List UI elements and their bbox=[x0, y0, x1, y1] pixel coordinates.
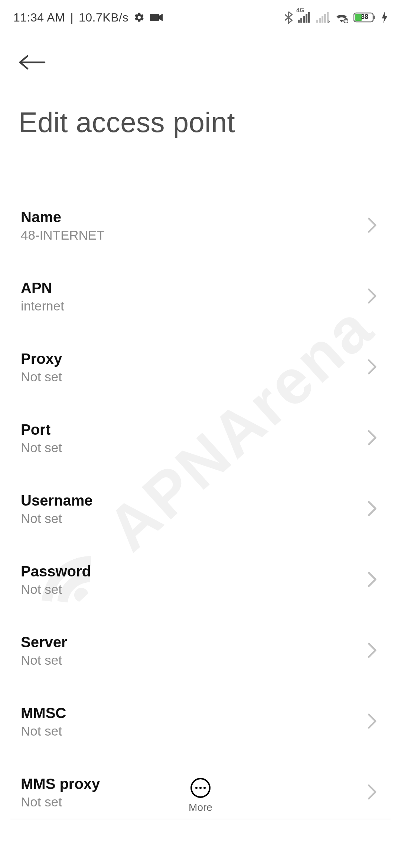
setting-label: MMSC bbox=[21, 705, 66, 721]
chevron-right-icon bbox=[366, 500, 379, 518]
wifi-icon bbox=[335, 12, 348, 23]
setting-apn[interactable]: APN internet bbox=[0, 261, 401, 332]
status-time: 11:34 AM bbox=[13, 11, 65, 24]
setting-server[interactable]: Server Not set bbox=[0, 615, 401, 686]
svg-rect-5 bbox=[308, 12, 310, 23]
setting-label: Proxy bbox=[21, 351, 62, 367]
battery-pct: 38 bbox=[361, 13, 368, 21]
battery-icon: 38 bbox=[353, 12, 376, 23]
setting-value: Not set bbox=[21, 511, 92, 526]
chevron-right-icon bbox=[366, 571, 379, 589]
svg-rect-0 bbox=[150, 14, 159, 21]
svg-rect-3 bbox=[303, 16, 305, 23]
signal-4g-icon: 4G bbox=[298, 12, 311, 23]
network-4g-label: 4G bbox=[296, 7, 304, 14]
svg-rect-9 bbox=[324, 14, 326, 23]
svg-point-12 bbox=[344, 19, 348, 23]
setting-value: Not set bbox=[21, 653, 67, 668]
chevron-right-icon bbox=[366, 288, 379, 306]
setting-value: Not set bbox=[21, 440, 62, 455]
svg-rect-4 bbox=[306, 14, 307, 23]
svg-text:✕: ✕ bbox=[327, 19, 330, 23]
setting-label: Password bbox=[21, 563, 91, 580]
page-title: Edit access point bbox=[19, 106, 382, 138]
arrow-left-icon bbox=[19, 55, 46, 70]
setting-label: APN bbox=[21, 280, 64, 296]
chevron-right-icon bbox=[366, 359, 379, 377]
setting-value: 48-INTERNET bbox=[21, 228, 105, 243]
setting-label: Port bbox=[21, 421, 62, 438]
setting-value: Not set bbox=[21, 724, 66, 739]
chevron-right-icon bbox=[366, 430, 379, 447]
more-label: More bbox=[189, 802, 212, 813]
setting-value: internet bbox=[21, 299, 64, 313]
setting-username[interactable]: Username Not set bbox=[0, 474, 401, 545]
status-left: 11:34 AM | 10.7KB/s bbox=[13, 11, 163, 24]
setting-password[interactable]: Password Not set bbox=[0, 545, 401, 615]
setting-value: Not set bbox=[21, 582, 91, 597]
chevron-right-icon bbox=[366, 713, 379, 731]
svg-rect-1 bbox=[298, 20, 300, 23]
setting-label: Username bbox=[21, 492, 92, 509]
charging-icon bbox=[382, 12, 388, 23]
status-right: 4G ✕ 38 bbox=[284, 11, 388, 24]
status-bar: 11:34 AM | 10.7KB/s 4G ✕ bbox=[0, 0, 401, 29]
setting-value: Not set bbox=[21, 369, 62, 384]
setting-name[interactable]: Name 48-INTERNET bbox=[0, 190, 401, 261]
nav-bar bbox=[0, 864, 401, 868]
chevron-right-icon bbox=[366, 217, 379, 235]
status-separator: | bbox=[70, 11, 74, 24]
bottom-bar: More bbox=[0, 778, 401, 813]
setting-label: Server bbox=[21, 634, 67, 651]
more-button[interactable]: More bbox=[189, 778, 212, 813]
gear-icon bbox=[134, 12, 145, 23]
chevron-right-icon bbox=[366, 642, 379, 660]
back-button[interactable] bbox=[19, 55, 46, 70]
setting-mmsc[interactable]: MMSC Not set bbox=[0, 686, 401, 757]
settings-list: Name 48-INTERNET APN internet Proxy Not … bbox=[0, 190, 401, 828]
setting-proxy[interactable]: Proxy Not set bbox=[0, 332, 401, 403]
signal-nosim-icon: ✕ bbox=[316, 12, 330, 23]
more-icon bbox=[190, 778, 211, 798]
status-speed: 10.7KB/s bbox=[79, 11, 128, 24]
svg-rect-14 bbox=[374, 16, 375, 19]
svg-rect-7 bbox=[319, 18, 321, 23]
setting-port[interactable]: Port Not set bbox=[0, 403, 401, 474]
svg-rect-2 bbox=[300, 18, 302, 23]
header: Edit access point bbox=[0, 29, 401, 138]
setting-label: Name bbox=[21, 209, 105, 226]
svg-rect-6 bbox=[316, 20, 318, 23]
bluetooth-icon bbox=[284, 11, 293, 24]
camera-icon bbox=[150, 13, 163, 22]
svg-rect-8 bbox=[322, 16, 323, 23]
